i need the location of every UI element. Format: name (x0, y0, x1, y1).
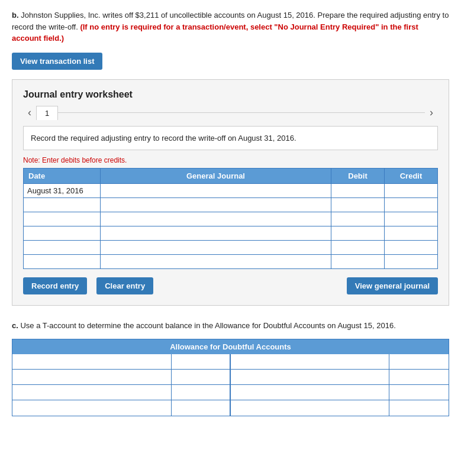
problem-c-body: Use a T-account to determine the account… (20, 321, 395, 330)
t-cell-3-2[interactable] (172, 385, 231, 400)
t-input-3-2[interactable] (172, 385, 230, 400)
t-cell-1-2[interactable] (172, 354, 231, 369)
t-cell-1-1[interactable] (12, 354, 172, 369)
t-input-3-1[interactable] (12, 385, 171, 400)
t-account-row (12, 370, 449, 385)
table-row (24, 212, 438, 226)
t-input-2-4[interactable] (389, 370, 449, 384)
journal-input-3[interactable] (101, 212, 331, 226)
credit-cell-5[interactable] (385, 241, 438, 255)
table-row (24, 255, 438, 269)
credit-cell-3[interactable] (385, 212, 438, 226)
t-cell-1-4[interactable] (389, 354, 449, 369)
credit-input-5[interactable] (385, 241, 437, 254)
credit-cell-4[interactable] (385, 226, 438, 241)
journal-input-6[interactable] (101, 255, 331, 268)
debit-input-6[interactable] (331, 255, 384, 268)
t-cell-4-2[interactable] (172, 400, 231, 416)
t-cell-2-2[interactable] (172, 370, 231, 384)
t-input-4-4[interactable] (389, 400, 449, 416)
journal-cell-1[interactable] (101, 184, 331, 198)
t-account-grid (12, 354, 449, 416)
t-cell-4-1[interactable] (12, 400, 172, 416)
t-cell-3-4[interactable] (389, 385, 449, 400)
journal-input-4[interactable] (101, 226, 331, 240)
t-input-1-2[interactable] (172, 354, 230, 369)
debit-cell-5[interactable] (331, 241, 385, 255)
debit-input-5[interactable] (331, 241, 384, 254)
tab-spacer (58, 112, 425, 113)
date-cell-4 (24, 226, 101, 241)
credit-cell-1[interactable] (385, 184, 438, 198)
t-cell-4-3[interactable] (231, 400, 390, 416)
journal-cell-3[interactable] (101, 212, 331, 226)
worksheet-title: Journal entry worksheet (23, 89, 438, 100)
table-row (24, 198, 438, 212)
view-general-journal-button[interactable]: View general journal (347, 277, 438, 294)
date-cell-3 (24, 212, 101, 226)
journal-input-1[interactable] (101, 184, 331, 197)
journal-input-5[interactable] (101, 241, 331, 254)
problem-c-label: c. (12, 321, 18, 330)
t-input-2-3[interactable] (231, 370, 389, 384)
t-input-2-2[interactable] (172, 370, 230, 384)
debit-input-1[interactable] (331, 184, 384, 197)
clear-entry-button[interactable]: Clear entry (96, 277, 153, 294)
debit-cell-2[interactable] (331, 198, 385, 212)
t-cell-1-3[interactable] (231, 354, 390, 369)
t-input-3-3[interactable] (231, 385, 389, 400)
t-input-2-1[interactable] (12, 370, 171, 384)
t-input-4-1[interactable] (12, 400, 171, 416)
journal-cell-4[interactable] (101, 226, 331, 241)
prev-tab-arrow[interactable]: ‹ (23, 106, 36, 119)
instruction-text: Record the required adjusting entry to r… (31, 134, 296, 143)
header-debit: Debit (331, 169, 385, 184)
credit-input-1[interactable] (385, 184, 437, 197)
t-input-1-3[interactable] (231, 354, 389, 369)
credit-input-6[interactable] (385, 255, 437, 268)
journal-cell-2[interactable] (101, 198, 331, 212)
button-row: Record entry Clear entry View general jo… (23, 277, 438, 294)
debit-input-3[interactable] (331, 212, 384, 226)
next-tab-arrow[interactable]: › (425, 106, 438, 119)
t-cell-3-1[interactable] (12, 385, 172, 400)
journal-input-2[interactable] (101, 198, 331, 212)
t-input-4-2[interactable] (172, 400, 230, 416)
journal-table: Date General Journal Debit Credit August… (23, 168, 438, 269)
journal-cell-5[interactable] (101, 241, 331, 255)
t-cell-4-4[interactable] (389, 400, 449, 416)
credit-input-2[interactable] (385, 198, 437, 212)
debit-cell-1[interactable] (331, 184, 385, 198)
t-account-row (12, 385, 449, 400)
t-account-header: Allowance for Doubtful Accounts (12, 339, 449, 354)
t-cell-2-3[interactable] (231, 370, 390, 384)
worksheet-container: Journal entry worksheet ‹ 1 › Record the… (12, 79, 449, 306)
t-account-row (12, 400, 449, 416)
problem-b-text: b. Johnston Supplies, Inc. writes off $3… (12, 9, 449, 44)
debit-input-4[interactable] (331, 226, 384, 240)
journal-cell-6[interactable] (101, 255, 331, 269)
problem-b-label: b. (12, 11, 19, 20)
date-cell-6 (24, 255, 101, 269)
debit-input-2[interactable] (331, 198, 384, 212)
credit-input-3[interactable] (385, 212, 437, 226)
t-account-row (12, 354, 449, 370)
t-input-3-4[interactable] (389, 385, 449, 400)
credit-input-4[interactable] (385, 226, 437, 240)
credit-cell-6[interactable] (385, 255, 438, 269)
record-entry-button[interactable]: Record entry (23, 277, 87, 294)
date-cell-2 (24, 198, 101, 212)
t-input-1-1[interactable] (12, 354, 171, 369)
view-transaction-list-button[interactable]: View transaction list (12, 53, 102, 70)
debit-cell-4[interactable] (331, 226, 385, 241)
tab-1[interactable]: 1 (36, 106, 58, 120)
problem-c-text: c. Use a T-account to determine the acco… (12, 320, 449, 332)
t-input-4-3[interactable] (231, 400, 389, 416)
debit-cell-3[interactable] (331, 212, 385, 226)
t-cell-3-3[interactable] (231, 385, 390, 400)
t-cell-2-1[interactable] (12, 370, 172, 384)
t-input-1-4[interactable] (389, 354, 449, 369)
debit-cell-6[interactable] (331, 255, 385, 269)
t-cell-2-4[interactable] (389, 370, 449, 384)
credit-cell-2[interactable] (385, 198, 438, 212)
